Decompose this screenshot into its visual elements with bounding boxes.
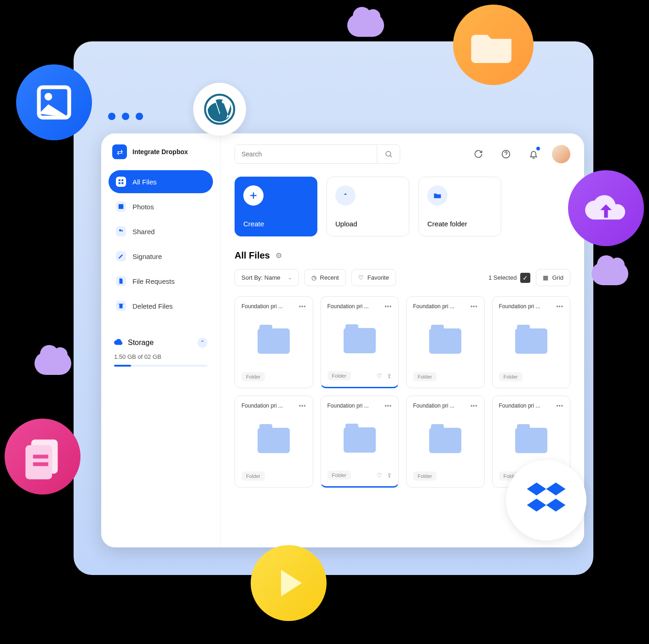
sidebar-item-label: Signature <box>132 253 162 260</box>
clock-icon: ◷ <box>311 274 316 281</box>
plus-icon <box>243 185 264 206</box>
play-badge-icon <box>251 545 327 621</box>
more-icon[interactable]: ••• <box>385 402 392 409</box>
more-icon[interactable]: ••• <box>385 303 392 310</box>
file-card[interactable]: Foundation pri ... ••• Folder <box>235 396 313 488</box>
sidebar-item-signature[interactable]: Signature <box>109 245 213 268</box>
create-folder-card[interactable]: Create folder <box>419 177 501 236</box>
file-card[interactable]: Foundation pri ... ••• Folder <box>235 296 313 388</box>
more-icon[interactable]: ••• <box>556 303 563 310</box>
file-name: Foundation pri ... <box>241 303 283 310</box>
file-card[interactable]: Foundation pri ... ••• Folder <box>406 296 485 388</box>
share-icon[interactable]: ⇪ <box>387 373 392 380</box>
sidebar-item-label: All Files <box>132 178 157 186</box>
file-name: Foundation pri ... <box>327 402 369 409</box>
sidebar-item-deleted[interactable]: Deleted Files <box>109 294 213 317</box>
refresh-icon <box>474 150 483 159</box>
chevron-up-icon[interactable]: ⌃ <box>197 338 207 348</box>
folder-icon <box>515 428 547 453</box>
dropbox-badge-icon <box>506 460 586 540</box>
photo-icon <box>116 201 126 212</box>
create-card[interactable]: Create <box>235 177 317 236</box>
document-badge-icon <box>5 419 80 494</box>
file-tag: Folder <box>413 472 436 481</box>
svg-rect-2 <box>119 182 121 184</box>
folder-plus-icon <box>427 185 448 206</box>
share-icon[interactable]: ⇪ <box>387 472 392 479</box>
folder-icon <box>515 328 547 354</box>
file-tag: Folder <box>241 472 265 481</box>
avatar[interactable] <box>552 145 570 163</box>
create-folder-label: Create folder <box>427 220 493 228</box>
sidebar-item-shared[interactable]: Shared <box>109 220 213 243</box>
svg-rect-3 <box>121 182 123 184</box>
sidebar-item-photos[interactable]: Photos <box>109 195 213 218</box>
app-title: Integrate Dropbox <box>132 148 188 155</box>
folder-icon <box>429 428 461 453</box>
upload-label: Upload <box>335 220 401 228</box>
svg-rect-0 <box>119 179 121 181</box>
file-name: Foundation pri ... <box>413 303 454 310</box>
svg-rect-1 <box>121 179 123 181</box>
file-icon <box>116 276 126 286</box>
view-toggle[interactable]: ▦ Grid <box>536 269 570 286</box>
favorite-button[interactable]: ♡ Favorite <box>351 269 396 286</box>
checkbox-selected[interactable]: ✓ <box>520 273 530 283</box>
recent-button[interactable]: ◷ Recent <box>304 269 346 286</box>
search-input[interactable] <box>235 145 377 163</box>
file-tag: Folder <box>413 372 436 381</box>
sort-by-button[interactable]: Sort By: Name ⌄ <box>235 269 299 286</box>
svg-point-5 <box>119 229 121 231</box>
toolbar: Sort By: Name ⌄ ◷ Recent ♡ Favorite 1 Se… <box>235 269 570 286</box>
file-tag: Folder <box>241 372 265 381</box>
folder-icon <box>429 328 461 354</box>
more-icon[interactable]: ••• <box>556 402 563 409</box>
cloud-icon <box>114 339 123 347</box>
sidebar-item-all-files[interactable]: All Files <box>109 170 213 193</box>
search-input-wrap <box>235 144 400 164</box>
sidebar-item-label: Deleted Files <box>132 302 173 310</box>
refresh-button[interactable] <box>469 145 488 163</box>
file-card[interactable]: Foundation pri ... ••• Folder ♡⇪ <box>321 296 399 388</box>
storage-progress <box>114 365 207 367</box>
photo-badge-icon <box>16 64 92 140</box>
logo-icon: ⇄ <box>112 144 127 159</box>
sidebar-item-label: File Requests <box>132 277 175 285</box>
pen-icon <box>116 251 126 261</box>
file-tag: Folder <box>327 471 351 480</box>
help-button[interactable] <box>497 145 515 163</box>
heart-icon[interactable]: ♡ <box>377 472 382 479</box>
file-card[interactable]: Foundation pri ... ••• Folder <box>406 396 485 488</box>
more-icon[interactable]: ••• <box>299 303 306 310</box>
sidebar-item-file-requests[interactable]: File Requests <box>109 270 213 293</box>
file-name: Foundation pri ... <box>499 303 540 310</box>
file-card[interactable]: Foundation pri ... ••• Folder ♡⇪ <box>321 396 399 488</box>
upload-card[interactable]: Upload <box>327 177 409 236</box>
sidebar: ⇄ Integrate Dropbox All Files Photos Sha… <box>101 133 221 547</box>
selected-count: 1 Selected ✓ <box>488 273 530 283</box>
grid-icon <box>116 177 126 187</box>
gear-icon[interactable]: ⚙ <box>276 251 282 260</box>
more-icon[interactable]: ••• <box>471 402 478 409</box>
svg-point-11 <box>45 93 52 101</box>
section-header: All Files ⚙ <box>235 250 570 261</box>
file-name: Foundation pri ... <box>241 402 283 409</box>
search-button[interactable] <box>377 145 400 163</box>
folder-icon <box>344 328 376 353</box>
create-label: Create <box>243 220 309 228</box>
upload-icon <box>335 185 356 206</box>
cloud-upload-badge-icon <box>568 170 644 246</box>
storage-title: Storage <box>128 339 154 347</box>
sidebar-item-label: Photos <box>132 203 154 211</box>
file-grid: Foundation pri ... ••• Folder Foundation… <box>235 296 570 488</box>
more-icon[interactable]: ••• <box>471 303 478 310</box>
heart-icon[interactable]: ♡ <box>377 373 382 380</box>
file-card[interactable]: Foundation pri ... ••• Folder <box>492 296 571 388</box>
more-icon[interactable]: ••• <box>299 402 306 409</box>
file-name: Foundation pri ... <box>413 402 454 409</box>
cloud-decoration <box>347 14 384 37</box>
search-icon <box>385 150 393 158</box>
file-tag: Folder <box>499 372 523 381</box>
storage-widget: Storage ⌃ 1.50 GB of 02 GB <box>109 338 213 367</box>
notifications-button[interactable] <box>524 145 543 163</box>
